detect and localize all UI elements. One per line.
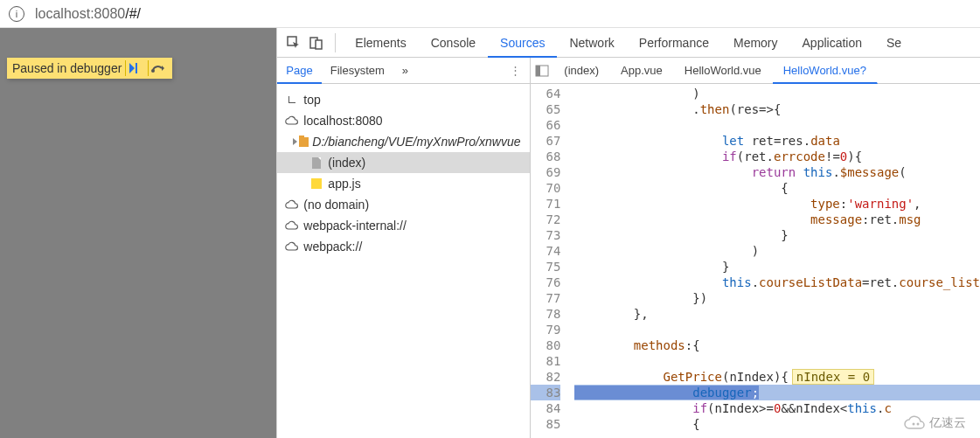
code-line[interactable]: return this.$message( [574,164,980,180]
tree-item-icon [293,137,309,147]
code-line[interactable]: ) [574,243,980,259]
tree-item-label: D:/biancheng/VUE/myXnwPro/xnwvue [312,135,520,149]
panel-tab-console[interactable]: Console [419,28,488,58]
tree-item[interactable]: (no domain) [277,194,530,215]
code-line[interactable]: this.courseListData=ret.course_list [574,275,980,290]
tree-item-label: (index) [328,156,365,170]
svg-point-1 [151,69,155,73]
code-line[interactable]: type:'warning', [574,196,980,212]
tree-item-icon [284,241,300,252]
paused-in-debugger-overlay: Paused in debugger [7,58,172,79]
navigator-tab-page[interactable]: Page [277,58,321,84]
code-line[interactable]: } [574,259,980,275]
svg-point-7 [913,423,915,426]
watermark: 亿速云 [903,415,966,431]
panel-tab-application[interactable]: Application [790,28,875,58]
code-line[interactable] [574,322,980,337]
tree-item-label: localhost:8080 [303,114,382,128]
devtools-panel-tabs: ElementsConsoleSourcesNetworkPerformance… [343,28,914,58]
code-line[interactable]: } [574,227,980,243]
code-line[interactable] [574,117,980,133]
toggle-device-icon[interactable] [305,31,328,54]
page-viewport: Paused in debugger [0,28,276,438]
svg-rect-0 [136,63,137,73]
inline-value-hint: nIndex = 0 [792,369,874,385]
toggle-navigator-icon[interactable] [531,65,553,77]
code-line[interactable]: }, [574,306,980,322]
tree-item-label: top [303,93,320,107]
panel-tab-performance[interactable]: Performance [627,28,721,58]
step-over-button[interactable] [148,60,167,76]
code-line[interactable]: ) [574,86,980,101]
panel-tab-se[interactable]: Se [874,28,914,58]
code-line[interactable]: .then(res=>{ [574,101,980,117]
devtools: ElementsConsoleSourcesNetworkPerformance… [276,28,980,438]
tree-item[interactable]: localhost:8080 [277,110,530,131]
panel-tab-sources[interactable]: Sources [488,28,557,58]
editor-tab[interactable]: (index) [553,58,610,84]
source-editor: (index)App.vueHelloWorld.vueHelloWorld.v… [531,58,980,438]
site-info-icon[interactable]: i [9,6,24,22]
navigator-tab-filesystem[interactable]: Filesystem [322,58,393,84]
tree-item-label: webpack:// [303,240,362,254]
tree-item-icon [284,220,300,231]
svg-rect-6 [536,66,540,76]
tree-item-label: webpack-internal:// [303,219,407,233]
tree-item[interactable]: (index) [277,152,530,173]
code-line[interactable]: }) [574,290,980,306]
editor-tab[interactable]: App.vue [610,58,674,84]
address-bar[interactable]: i localhost:8080/#/ [0,0,980,28]
svg-point-8 [917,423,920,426]
tree-item-icon [309,157,324,169]
code-line[interactable]: { [574,180,980,196]
resume-button[interactable] [125,60,144,76]
cloud-icon [903,415,926,431]
navigator-kebab-icon[interactable]: ⋮ [501,64,530,77]
code-line[interactable]: message:ret.msg [574,212,980,227]
svg-rect-4 [316,40,322,49]
tree-item-icon [284,115,300,126]
code-line[interactable]: GetPrice(nIndex){nIndex = 0 [574,369,980,385]
tree-item[interactable]: webpack:// [277,236,530,257]
panel-tab-elements[interactable]: Elements [343,28,418,58]
tree-item[interactable]: D:/biancheng/VUE/myXnwPro/xnwvue [277,131,530,152]
code-content[interactable]: ) .then(res=>{ let ret=res.data if(ret.e… [566,84,980,438]
code-line[interactable] [574,353,980,369]
navigator-tab-more[interactable]: » [393,58,417,84]
paused-label: Paused in debugger [12,61,122,75]
tree-item-icon [284,96,300,103]
panel-tab-network[interactable]: Network [557,28,626,58]
code-line[interactable]: debugger; [574,385,980,400]
tree-item[interactable]: webpack-internal:// [277,215,530,236]
line-number-gutter[interactable]: 6465666768697071727374757677787980818283… [531,84,566,438]
url-text: localhost:8080/#/ [35,6,141,22]
editor-tab[interactable]: HelloWorld.vue? [773,58,878,84]
code-line[interactable]: if(ret.errcode!=0){ [574,149,980,164]
editor-tab[interactable]: HelloWorld.vue [674,58,773,84]
tree-item-icon [309,178,324,189]
code-line[interactable]: if(nIndex>=0&&nIndex<this.c [574,400,980,416]
code-line[interactable]: methods:{ [574,337,980,353]
watermark-text: 亿速云 [929,415,966,431]
tree-item-icon [284,199,300,210]
tree-item[interactable]: top [277,89,530,110]
tree-item-label: (no domain) [303,198,369,212]
code-line[interactable]: let ret=res.data [574,133,980,149]
tree-item-label: app.js [328,177,360,191]
tree-item[interactable]: app.js [277,173,530,194]
panel-tab-memory[interactable]: Memory [721,28,790,58]
inspect-element-icon[interactable] [282,31,305,54]
devtools-toolbar: ElementsConsoleSourcesNetworkPerformance… [277,28,980,58]
file-tree: toplocalhost:8080D:/biancheng/VUE/myXnwP… [277,84,530,438]
sources-navigator: Page Filesystem » ⋮ toplocalhost:8080D:/… [277,58,531,438]
